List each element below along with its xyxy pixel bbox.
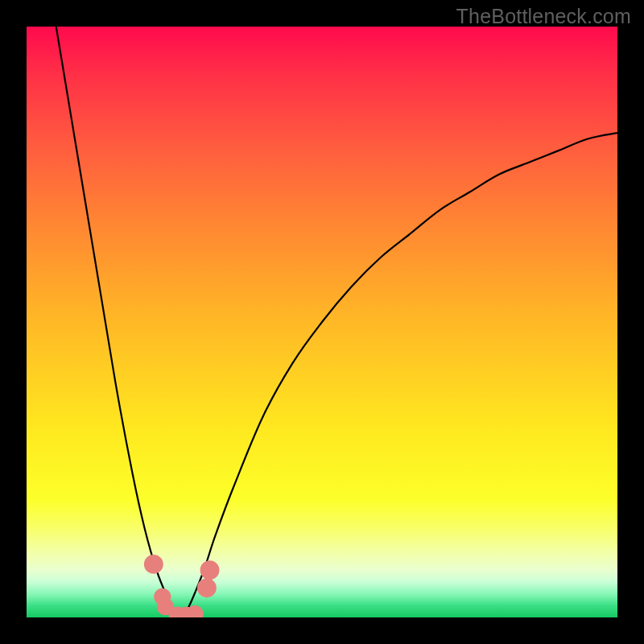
plot-area <box>27 27 617 617</box>
watermark-text: TheBottleneck.com <box>456 5 631 28</box>
data-point <box>200 560 220 580</box>
data-point <box>144 555 163 574</box>
data-point <box>197 578 217 597</box>
data-markers <box>144 555 220 617</box>
chart-frame: TheBottleneck.com <box>0 0 644 644</box>
curve-layer <box>27 27 617 617</box>
bottleneck-curve <box>56 27 617 617</box>
curve-path <box>56 27 617 617</box>
